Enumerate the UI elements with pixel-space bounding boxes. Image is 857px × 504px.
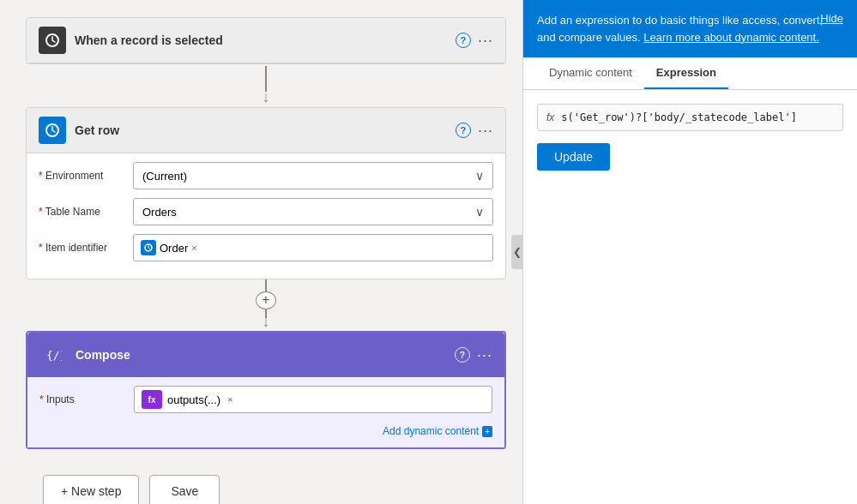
trigger-more-button[interactable]: ···	[478, 32, 493, 50]
tablename-field-row: * Table Name Orders ∨	[39, 198, 493, 225]
panel-tabs: Dynamic content Expression	[523, 57, 857, 90]
right-panel: ❮ Add an expression to do basic things l…	[522, 0, 857, 504]
getrow-title: Get row	[75, 123, 447, 137]
trigger-icon	[39, 27, 66, 54]
itemid-input[interactable]: Order ×	[133, 234, 493, 261]
tablename-chevron-icon: ∨	[475, 205, 484, 219]
tab-dynamic-content[interactable]: Dynamic content	[537, 57, 644, 89]
connector-1: ↓	[26, 64, 506, 107]
svg-text:{/}: {/}	[46, 349, 62, 362]
compose-card-header: {/} Compose ? ···	[27, 333, 504, 377]
tablename-value: Orders	[142, 206, 177, 219]
getrow-card-header: Get row ? ···	[27, 108, 505, 153]
expression-value: s('Get_row')?['body/_statecode_label']	[561, 111, 834, 123]
fx-badge-icon: fx	[142, 390, 162, 409]
fx-badge-label: fx	[148, 395, 156, 405]
connector-2-arrow: ↓	[263, 313, 270, 331]
trigger-actions: ? ···	[456, 32, 493, 50]
panel-hide-button[interactable]: Hide	[820, 12, 843, 25]
panel-header-link[interactable]: Learn more about dynamic content.	[643, 31, 819, 44]
itemid-tag-close[interactable]: ×	[191, 243, 196, 253]
add-dynamic-button[interactable]: Add dynamic content +	[383, 425, 492, 437]
connector-1-arrow: ↓	[263, 88, 270, 106]
compose-icon: {/}	[39, 341, 67, 369]
trigger-card-header: When a record is selected ? ···	[27, 18, 505, 63]
tablename-input[interactable]: Orders ∨	[133, 198, 493, 225]
add-step-button[interactable]: +	[256, 291, 276, 309]
trigger-card: When a record is selected ? ···	[26, 17, 506, 64]
getrow-actions: ? ···	[456, 122, 493, 140]
inputs-tag-label: outputs(...)	[167, 393, 220, 406]
compose-card: {/} Compose ? ··· * Inputs fx outputs(..…	[26, 331, 506, 449]
itemid-label: * Item identifier	[39, 242, 124, 254]
environment-label: * Environment	[39, 170, 124, 182]
add-dynamic-row: Add dynamic content +	[39, 422, 492, 439]
trigger-title: When a record is selected	[75, 33, 447, 47]
itemid-tag: Order ×	[141, 240, 197, 255]
compose-card-body: * Inputs fx outputs(...) × Add dynamic c…	[27, 377, 504, 447]
new-step-button[interactable]: + New step	[43, 475, 139, 504]
environment-value: (Current)	[142, 170, 187, 183]
connector-2-line-top	[265, 279, 267, 291]
add-dynamic-label: Add dynamic content	[383, 425, 479, 437]
update-button[interactable]: Update	[537, 143, 610, 171]
expression-input-row[interactable]: fx s('Get_row')?['body/_statecode_label'…	[537, 104, 843, 131]
add-dynamic-icon: +	[482, 426, 492, 437]
inputs-field-input[interactable]: fx outputs(...) ×	[134, 386, 492, 413]
tablename-label: * Table Name	[39, 206, 124, 218]
getrow-more-button[interactable]: ···	[478, 122, 493, 140]
panel-toggle-icon: ❮	[513, 246, 522, 258]
panel-body: fx s('Get_row')?['body/_statecode_label'…	[523, 90, 857, 504]
connector-2: + ↓	[26, 279, 506, 331]
itemid-tag-icon	[141, 240, 156, 255]
inputs-field-row: * Inputs fx outputs(...) ×	[39, 386, 492, 413]
compose-more-button[interactable]: ···	[477, 346, 492, 364]
getrow-card: Get row ? ··· * Environment (Current) ∨	[26, 107, 506, 279]
compose-title: Compose	[75, 348, 446, 362]
environment-field-row: * Environment (Current) ∨	[39, 162, 493, 189]
compose-actions: ? ···	[455, 346, 492, 364]
trigger-help-icon[interactable]: ?	[456, 33, 471, 48]
panel-toggle-button[interactable]: ❮	[511, 235, 523, 269]
panel-header: Add an expression to do basic things lik…	[523, 0, 857, 57]
getrow-help-icon[interactable]: ?	[456, 123, 471, 138]
inputs-label: * Inputs	[39, 393, 125, 405]
save-button[interactable]: Save	[149, 475, 220, 504]
itemid-field-row: * Item identifier Order ×	[39, 234, 493, 261]
inputs-tag-close[interactable]: ×	[227, 394, 232, 405]
bottom-actions: + New step Save	[26, 475, 506, 504]
getrow-icon	[39, 117, 66, 144]
environment-input[interactable]: (Current) ∨	[133, 162, 493, 189]
compose-help-icon[interactable]: ?	[455, 347, 470, 363]
tab-expression[interactable]: Expression	[644, 57, 728, 89]
getrow-card-body: * Environment (Current) ∨ * Table Name O…	[27, 153, 505, 279]
itemid-tag-label: Order	[160, 242, 188, 255]
fx-expression-icon: fx	[546, 111, 554, 123]
environment-chevron-icon: ∨	[475, 169, 484, 183]
flow-canvas: When a record is selected ? ··· ↓ Get ro…	[0, 0, 532, 504]
